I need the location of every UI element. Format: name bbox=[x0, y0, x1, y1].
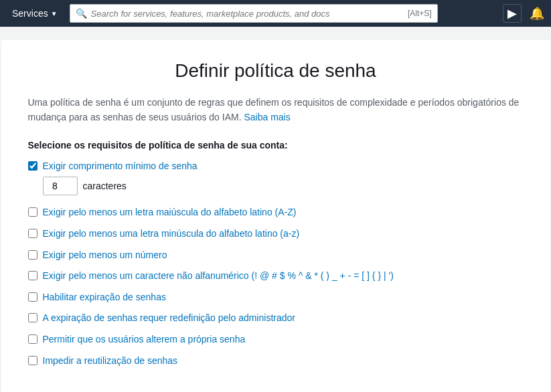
list-item: Exigir pelo menos um letra maiúscula do … bbox=[28, 206, 524, 219]
option-group: Exigir comprimento mínimo de senha carac… bbox=[28, 160, 524, 367]
option-label-1[interactable]: Exigir comprimento mínimo de senha bbox=[43, 160, 198, 173]
list-item: Exigir pelo menos uma letra minúscula do… bbox=[28, 227, 524, 241]
chevron-down-icon: ▼ bbox=[51, 10, 58, 17]
option-label-6[interactable]: Habilitar expiração de senhas bbox=[43, 291, 166, 304]
list-item: Impedir a reutilização de senhas bbox=[28, 355, 524, 368]
option-label-8[interactable]: Permitir que os usuários alterem a própr… bbox=[43, 333, 246, 347]
search-bar: 🔍 [Alt+S] bbox=[70, 4, 438, 23]
page-title: Definir política de senha bbox=[28, 60, 524, 82]
services-label: Services bbox=[12, 8, 48, 19]
main-content: Definir política de senha Uma política d… bbox=[1, 40, 550, 392]
nav-icons: ▶ 🔔 bbox=[503, 4, 544, 23]
learn-more-link[interactable]: Saiba mais bbox=[244, 112, 290, 122]
search-shortcut: [Alt+S] bbox=[408, 9, 432, 18]
terminal-icon[interactable]: ▶ bbox=[503, 4, 522, 23]
option-label-4[interactable]: Exigir pelo menos um número bbox=[43, 249, 167, 262]
checkbox-number[interactable] bbox=[28, 250, 37, 260]
option-item-1: Exigir comprimento mínimo de senha bbox=[28, 160, 524, 173]
list-item: A expiração de senhas requer redefinição… bbox=[28, 312, 524, 325]
list-item: Permitir que os usuários alterem a própr… bbox=[28, 333, 524, 347]
option-label-3[interactable]: Exigir pelo menos uma letra minúscula do… bbox=[43, 227, 300, 241]
list-item: Exigir pelo menos um caractere não alfan… bbox=[28, 270, 524, 283]
search-input[interactable] bbox=[91, 9, 404, 19]
checkbox-user-change[interactable] bbox=[28, 334, 37, 344]
description: Uma política de senha é um conjunto de r… bbox=[28, 95, 524, 125]
option-label-7[interactable]: A expiração de senhas requer redefinição… bbox=[43, 312, 295, 325]
bell-icon[interactable]: 🔔 bbox=[530, 6, 544, 21]
list-item: Exigir pelo menos um número bbox=[28, 249, 524, 262]
min-length-row: caracteres bbox=[43, 177, 524, 195]
option-label-9[interactable]: Impedir a reutilização de senhas bbox=[43, 355, 178, 368]
checkbox-lowercase[interactable] bbox=[28, 229, 37, 238]
checkbox-uppercase[interactable] bbox=[28, 207, 37, 217]
list-item: Exigir comprimento mínimo de senha carac… bbox=[28, 160, 524, 199]
checkbox-prevent-reuse[interactable] bbox=[28, 356, 37, 365]
list-item: Habilitar expiração de senhas bbox=[28, 291, 524, 304]
min-length-input[interactable] bbox=[43, 177, 78, 195]
section-label: Selecione os requisitos de política de s… bbox=[28, 140, 524, 151]
checkbox-min-length[interactable] bbox=[28, 161, 37, 171]
top-nav: Services ▼ 🔍 [Alt+S] ▶ 🔔 bbox=[0, 0, 551, 27]
checkbox-admin-reset[interactable] bbox=[28, 313, 37, 322]
checkbox-special-char[interactable] bbox=[28, 271, 37, 280]
option-label-5[interactable]: Exigir pelo menos um caractere não alfan… bbox=[43, 270, 394, 283]
characters-label: caracteres bbox=[83, 181, 127, 191]
services-menu[interactable]: Services ▼ bbox=[7, 5, 63, 21]
checkbox-expiration[interactable] bbox=[28, 292, 37, 302]
option-label-2[interactable]: Exigir pelo menos um letra maiúscula do … bbox=[43, 206, 297, 219]
search-icon: 🔍 bbox=[76, 8, 87, 19]
